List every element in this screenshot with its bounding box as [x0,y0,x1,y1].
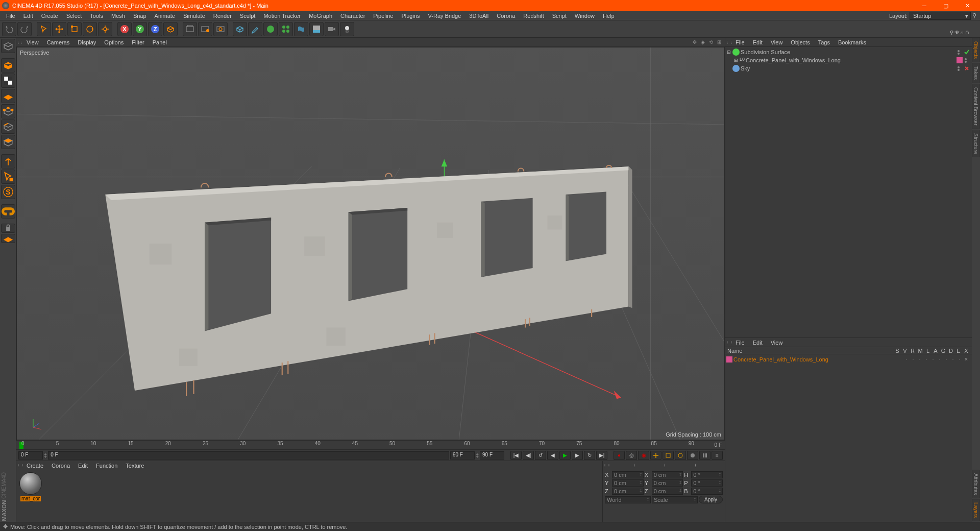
planar-workplane[interactable] [1,234,15,243]
panel-handle[interactable]: ⋮⋮ [725,340,731,345]
array-icon[interactable] [279,22,293,36]
object-name[interactable]: Concrete_Panel_with_Windows_Long [746,57,955,63]
key-scale[interactable] [663,451,674,460]
object-row[interactable]: ⊞L0Concrete_Panel_with_Windows_Long [726,56,971,64]
z-axis-lock[interactable]: Z [148,22,162,36]
frame-start-field[interactable]: 0 F [18,451,43,460]
object-row[interactable]: Sky [726,64,971,73]
frame-current-field[interactable]: 0 F [48,451,449,460]
keyframe-sel[interactable]: ◉ [638,451,649,460]
sidetab-objects[interactable]: Objects [972,38,979,62]
menu-redshift[interactable]: Redshift [519,13,548,19]
menu-pipeline[interactable]: Pipeline [369,13,397,19]
vp-menu-view[interactable]: View [22,39,43,45]
coord-apply-button[interactable]: Apply [699,496,723,503]
layer-col-E[interactable]: E [955,348,962,354]
menu-help[interactable]: Help [599,13,619,19]
menu-mesh[interactable]: Mesh [107,13,129,19]
obj-menu-bookmarks[interactable]: Bookmarks [834,39,870,45]
scale-tool[interactable] [67,22,82,36]
step-forward-button[interactable]: ▶ [572,451,583,460]
key-pos[interactable] [650,451,662,460]
menu-snap[interactable]: Snap [129,13,151,19]
panel-handle[interactable]: ⋮⋮ [725,40,731,44]
vp-menu-panel[interactable]: Panel [149,39,171,45]
vp-rotate-icon[interactable]: ⟲ [707,39,715,46]
coord-space-select[interactable]: World [605,496,651,503]
maximize-button[interactable]: ▢ [935,0,957,11]
x-axis-lock[interactable]: X [117,22,132,36]
vp-menu-display[interactable]: Display [74,39,100,45]
menu-mograph[interactable]: MoGraph [305,13,336,19]
object-name[interactable]: Subdivision Surface [741,49,955,55]
goto-next-key[interactable]: ↻ [584,451,595,460]
vp-menu-cameras[interactable]: Cameras [43,39,74,45]
obj-menu-objects[interactable]: Objects [787,39,814,45]
vp-zoom-icon[interactable]: ◈ [699,39,706,46]
layer-col-M[interactable]: M [917,348,924,354]
light-icon[interactable] [340,22,354,36]
layer-col-S[interactable]: S [894,348,901,354]
locked-workplane[interactable] [1,224,15,233]
menu-animate[interactable]: Animate [151,13,179,19]
layer-flag-V[interactable]: · [911,357,916,362]
frame-range-end[interactable]: 90 F [450,451,475,460]
menu-render[interactable]: Render [209,13,236,19]
layout-selector[interactable]: Startup [910,12,971,20]
obj-filter-icon[interactable]: ⫛ [965,30,970,35]
pen-tool[interactable] [248,22,262,36]
tag-vis[interactable] [957,49,963,55]
expand-icon[interactable]: ⊞ [733,58,739,63]
last-tool[interactable] [98,22,112,36]
menu-script[interactable]: Script [548,13,571,19]
menu-select[interactable]: Select [62,13,86,19]
menu-motion-tracker[interactable]: Motion Tracker [259,13,305,19]
rotate-tool[interactable] [83,22,97,36]
tag-vis[interactable] [957,65,963,71]
tag-x[interactable] [964,65,970,71]
tag-layer[interactable] [957,57,963,63]
vp-menu-options[interactable]: Options [100,39,128,45]
layer-color-swatch[interactable] [726,356,732,363]
axis-mode[interactable] [1,154,15,168]
vp-menu-filter[interactable]: Filter [128,39,148,45]
make-editable[interactable] [1,39,15,53]
tag-check[interactable] [964,49,970,55]
key-pla[interactable] [699,451,710,460]
vp-move-icon[interactable]: ✥ [691,39,698,46]
vp-maximize-icon[interactable]: ⊞ [716,39,723,46]
menu-sculpt[interactable]: Sculpt [236,13,260,19]
layer-col-V[interactable]: V [901,348,909,354]
menu-v-ray-bridge[interactable]: V-Ray Bridge [424,13,465,19]
deformer-icon[interactable] [294,22,308,36]
mat-menu-edit[interactable]: Edit [74,463,92,469]
step-back-button[interactable]: ◀ [547,451,558,460]
layer-col-D[interactable]: D [947,348,954,354]
goto-start-button[interactable]: |◀ [510,451,522,460]
menu-file[interactable]: File [2,13,19,19]
panel-handle[interactable]: ⋮⋮ [16,463,22,468]
sidetab-structure[interactable]: Structure [972,130,979,158]
undo-button[interactable] [2,22,16,36]
key-rot[interactable] [675,451,686,460]
timeline-menu[interactable]: ≡ [712,451,723,460]
menu-corona[interactable]: Corona [493,13,519,19]
layer-flag-E[interactable]: · [957,357,962,362]
obj-menu-view[interactable]: View [767,39,787,45]
point-mode[interactable] [1,104,15,118]
goto-end-button[interactable]: ▶| [596,451,607,460]
edge-mode[interactable] [1,119,15,134]
minimize-button[interactable]: ─ [914,0,935,11]
mat-menu-create[interactable]: Create [22,463,47,469]
obj-menu-file[interactable]: File [731,39,749,45]
pos-y-field[interactable]: 0 cm [612,479,644,487]
mat-menu-function[interactable]: Function [92,463,121,469]
autokey-button[interactable]: ◎ [626,451,637,460]
layer-menu-edit[interactable]: Edit [749,340,767,346]
render-view[interactable] [183,22,197,36]
coord-sizemode-select[interactable]: Scale [652,496,698,503]
layer-col-X[interactable]: X [963,348,970,354]
redo-button[interactable] [17,22,32,36]
primitive-cube[interactable] [233,22,247,36]
coord-system[interactable] [163,22,178,36]
